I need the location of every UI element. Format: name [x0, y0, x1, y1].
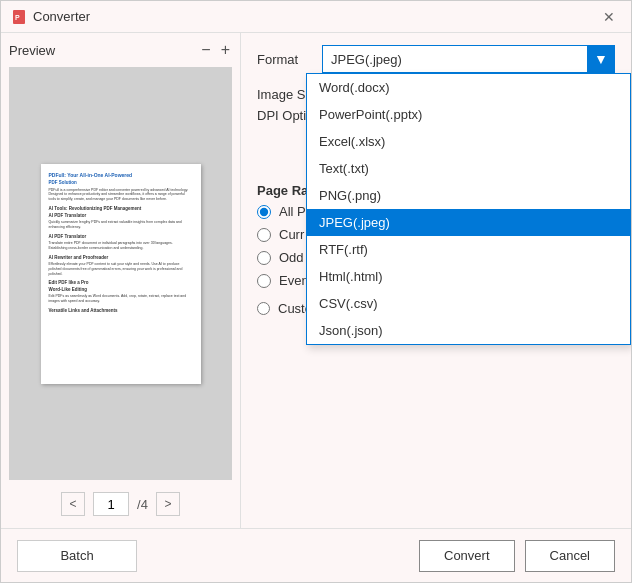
pdf-heading7: Versatile Links and Attachments — [49, 308, 193, 313]
pdf-title: PDFull: Your All-in-One AI-Powered — [49, 172, 193, 178]
pdf-heading6: Word-Like Editing — [49, 287, 193, 292]
dropdown-item-png[interactable]: PNG(.png) — [307, 182, 630, 209]
preview-area: PDFull: Your All-in-One AI-Powered PDF S… — [9, 67, 232, 480]
pdf-body5: Edit PDFs as seamlessly as Word document… — [49, 294, 193, 304]
dropdown-item-ppt[interactable]: PowerPoint(.pptx) — [307, 101, 630, 128]
radio-odd-pages-input[interactable] — [257, 251, 271, 265]
format-row: Format JPEG(.jpeg) ▼ — [257, 45, 615, 73]
next-page-button[interactable]: > — [156, 492, 180, 516]
pdf-page: PDFull: Your All-in-One AI-Powered PDF S… — [41, 164, 201, 384]
pdf-heading5: Edit PDF like a Pro — [49, 280, 193, 285]
dropdown-item-rtf[interactable]: RTF(.rtf) — [307, 236, 630, 263]
format-select-wrapper: JPEG(.jpeg) ▼ — [322, 45, 615, 73]
preview-label: Preview — [9, 43, 55, 58]
pdf-body3: Translate entire PDF document or individ… — [49, 241, 193, 251]
dropdown-item-text[interactable]: Text(.txt) — [307, 155, 630, 182]
preview-header: Preview − + — [9, 41, 232, 59]
convert-button[interactable]: Convert — [419, 540, 515, 572]
bottom-bar: Batch Convert Cancel — [1, 528, 631, 582]
title-bar-left: P Converter — [11, 9, 90, 25]
close-button[interactable]: ✕ — [597, 7, 621, 27]
radio-current-page-label: Curr — [279, 227, 304, 242]
page-total: /4 — [137, 497, 148, 512]
batch-button[interactable]: Batch — [17, 540, 137, 572]
settings-panel: Format JPEG(.jpeg) ▼ Word(.docx) PowerPo… — [241, 33, 631, 528]
action-buttons: Convert Cancel — [419, 540, 615, 572]
dropdown-item-json[interactable]: Json(.json) — [307, 317, 630, 344]
dropdown-item-html[interactable]: Html(.html) — [307, 263, 630, 290]
format-label: Format — [257, 52, 312, 67]
pdf-heading3: AI PDF Translator — [49, 234, 193, 239]
zoom-out-button[interactable]: − — [199, 41, 212, 59]
window-title: Converter — [33, 9, 90, 24]
dropdown-item-csv[interactable]: CSV(.csv) — [307, 290, 630, 317]
dropdown-item-word[interactable]: Word(.docx) — [307, 74, 630, 101]
radio-odd-pages-label: Odd — [279, 250, 304, 265]
page-nav: < /4 > — [9, 488, 232, 520]
pdf-heading2: AI PDF Translator — [49, 213, 193, 218]
svg-text:P: P — [15, 14, 20, 21]
pdf-body2: Quickly summarize lengthy PDFs and extra… — [49, 220, 193, 230]
zoom-in-button[interactable]: + — [219, 41, 232, 59]
preview-panel: Preview − + PDFull: Your All-in-One AI-P… — [1, 33, 241, 528]
pdf-heading4: AI Rewriter and Proofreader — [49, 255, 193, 260]
title-bar: P Converter ✕ — [1, 1, 631, 33]
page-number-input[interactable] — [93, 492, 129, 516]
radio-custom-range-input[interactable] — [257, 302, 270, 315]
cancel-button[interactable]: Cancel — [525, 540, 615, 572]
format-dropdown[interactable]: Word(.docx) PowerPoint(.pptx) Excel(.xls… — [306, 73, 631, 345]
app-icon: P — [11, 9, 27, 25]
dropdown-item-excel[interactable]: Excel(.xlsx) — [307, 128, 630, 155]
radio-even-pages-input[interactable] — [257, 274, 271, 288]
pdf-heading1: AI Tools: Revolutionizing PDF Management — [49, 206, 193, 211]
pdf-body1: PDFull is a comprehensive PDF editor and… — [49, 188, 193, 203]
prev-page-button[interactable]: < — [61, 492, 85, 516]
dropdown-item-jpeg[interactable]: JPEG(.jpeg) — [307, 209, 630, 236]
radio-current-page-input[interactable] — [257, 228, 271, 242]
pdf-subtitle: PDF Solution — [49, 180, 193, 185]
pdf-body4: Effortlessly elevate your PDF content to… — [49, 262, 193, 277]
radio-all-pages-label: All P — [279, 204, 306, 219]
preview-controls: − + — [199, 41, 232, 59]
radio-all-pages-input[interactable] — [257, 205, 271, 219]
main-content: Preview − + PDFull: Your All-in-One AI-P… — [1, 33, 631, 528]
format-select[interactable]: JPEG(.jpeg) — [322, 45, 615, 73]
